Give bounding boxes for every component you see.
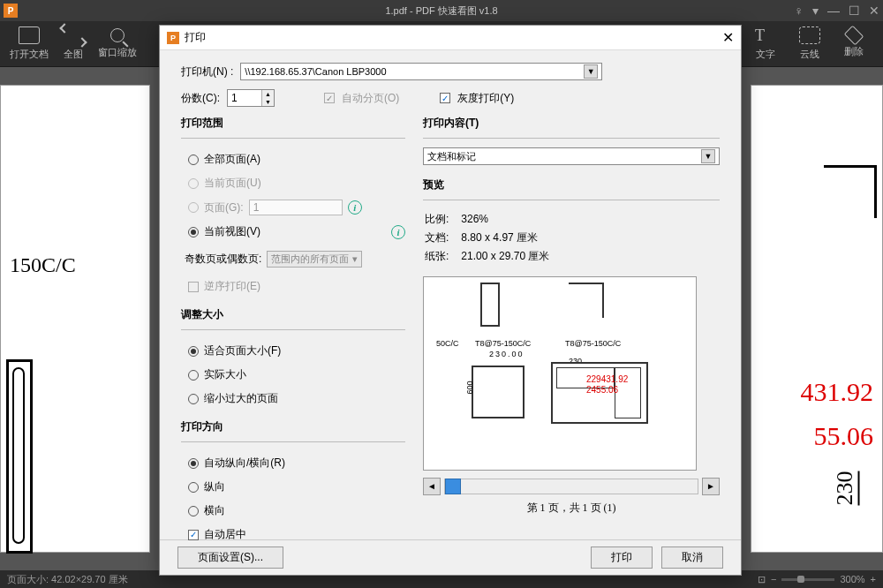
radio-all-pages[interactable] (188, 155, 199, 165)
info-icon-2[interactable]: i (391, 225, 405, 239)
auto-orient-label: 自动纵向/横向(R) (204, 456, 285, 471)
menu-dropdown-icon[interactable]: ▾ (812, 4, 819, 18)
radio-landscape[interactable] (188, 506, 199, 516)
radio-actual-size[interactable] (188, 370, 199, 381)
fit-page-label: 适合页面大小(F) (204, 343, 281, 358)
copies-label: 份数(C): (181, 91, 220, 106)
preview-scrollbar-thumb[interactable] (445, 479, 461, 494)
full-view-button[interactable]: 全图 (51, 23, 95, 65)
pages-input (249, 200, 343, 215)
radio-shrink[interactable] (188, 394, 199, 404)
open-label: 打开文档 (10, 48, 49, 61)
reverse-checkbox: ✓ (188, 282, 199, 292)
collate-checkbox: ✓ (324, 93, 335, 103)
reverse-label: 逆序打印(E) (204, 279, 260, 294)
grayscale-checkbox[interactable]: ✓ (440, 93, 450, 103)
radio-fit-page[interactable] (188, 346, 199, 357)
maximize-button[interactable]: ☐ (849, 4, 860, 18)
document-page-left: 150C/C (0, 85, 150, 553)
document-page-right: 431.92 55.06 230 (751, 85, 883, 553)
copies-value: 1 (228, 92, 261, 104)
radio-portrait[interactable] (188, 482, 199, 493)
chevron-down-icon: ▼ (701, 149, 715, 163)
magnifier-icon (110, 28, 125, 42)
radio-current-page (188, 178, 199, 189)
print-content-select[interactable]: 文档和标记 ▼ (423, 147, 720, 165)
zoom-label: 窗口缩放 (98, 46, 137, 59)
text-icon: T (755, 26, 776, 44)
resize-title: 调整大小 (181, 307, 405, 322)
preview-next-button[interactable]: ► (702, 478, 720, 495)
preview-page-nav: ◄ ► (423, 478, 720, 495)
oddeven-value: 范围内的所有页面 (271, 253, 349, 266)
printer-label: 打印机(N) : (181, 64, 233, 79)
window-title: 1.pdf - PDF 快速看图 v1.8 (385, 4, 497, 18)
oddeven-label: 奇数页或偶数页: (185, 252, 261, 267)
delete-tool-button[interactable]: 删除 (832, 23, 876, 65)
actual-size-label: 实际大小 (204, 367, 246, 382)
chevron-down-icon: ▾ (352, 253, 358, 265)
folder-icon (19, 26, 40, 44)
cloud-label: 云线 (800, 48, 819, 61)
dialog-title: 打印 (185, 30, 206, 45)
preview-prev-button[interactable]: ◄ (423, 478, 441, 495)
chevron-down-icon: ▼ (584, 64, 598, 79)
current-page-label: 当前页面(U) (204, 176, 261, 191)
cancel-button[interactable]: 取消 (661, 547, 723, 569)
print-content-value: 文档和标记 (427, 150, 476, 163)
preview-page-label: 第 1 页，共 1 页 (1) (423, 501, 720, 516)
spinner-up-button[interactable]: ▲ (261, 90, 274, 98)
zoom-in-button[interactable]: + (871, 574, 876, 584)
spinner-down-button[interactable]: ▼ (261, 98, 274, 106)
preview-title: 预览 (423, 177, 720, 192)
auto-center-checkbox[interactable]: ✓ (188, 530, 199, 540)
zoom-out-button[interactable]: − (771, 574, 776, 584)
radio-pages (188, 202, 199, 213)
doc-red-2: 55.06 (814, 421, 874, 451)
window-zoom-button[interactable]: 窗口缩放 (95, 23, 140, 65)
doc-red-1: 431.92 (801, 377, 874, 407)
page-size-status: 页面大小: 42.02×29.70 厘米 (7, 573, 128, 586)
copies-spinner[interactable]: 1 ▲ ▼ (227, 89, 275, 107)
user-icon[interactable]: ♀ (795, 4, 804, 18)
dialog-icon: P (167, 32, 179, 44)
minimize-button[interactable]: — (827, 4, 840, 18)
preview-scrollbar[interactable] (444, 479, 698, 494)
zoom-fit-icon[interactable]: ⊡ (758, 574, 766, 585)
cloud-icon (799, 26, 820, 44)
app-icon: P (4, 4, 18, 18)
print-button[interactable]: 打印 (591, 547, 653, 569)
print-preview-image: 50C/C T8@75-150C/C T8@75-150C/C 230.00 2… (423, 276, 697, 471)
text-label: 文字 (756, 48, 775, 61)
print-range-title: 打印范围 (181, 116, 405, 131)
landscape-label: 横向 (204, 503, 225, 518)
close-button[interactable]: ✕ (869, 4, 879, 18)
print-dialog: P 打印 ✕ 打印机(N) : \\192.168.65.37\Canon LB… (159, 25, 742, 576)
shrink-label: 缩小过大的页面 (204, 391, 278, 406)
open-document-button[interactable]: 打开文档 (7, 23, 51, 65)
oddeven-select: 范围内的所有页面 ▾ (267, 251, 362, 268)
doc-dim-230: 230 (832, 471, 860, 506)
orientation-title: 打印方向 (181, 419, 405, 434)
text-tool-button[interactable]: T 文字 (743, 23, 788, 65)
printer-value: \\192.168.65.37\Canon LBP3000 (245, 66, 386, 77)
expand-icon (63, 26, 84, 44)
auto-center-label: 自动居中 (204, 527, 246, 542)
dialog-titlebar: P 打印 ✕ (160, 26, 741, 50)
cloud-line-button[interactable]: 云线 (788, 23, 832, 65)
doc-label-150c: 150C/C (10, 253, 76, 277)
page-setup-button[interactable]: 页面设置(S)... (177, 547, 283, 569)
full-label: 全图 (64, 48, 83, 61)
zoom-slider[interactable] (781, 578, 834, 581)
all-pages-label: 全部页面(A) (204, 152, 260, 167)
current-view-label: 当前视图(V) (204, 224, 260, 239)
collate-label: 自动分页(O) (342, 91, 399, 106)
radio-auto-orient[interactable] (188, 458, 199, 469)
printer-select[interactable]: \\192.168.65.37\Canon LBP3000 ▼ (240, 63, 602, 80)
info-icon[interactable]: i (348, 200, 362, 215)
dialog-close-button[interactable]: ✕ (722, 29, 734, 46)
radio-current-view[interactable] (188, 227, 199, 237)
grayscale-label: 灰度打印(Y) (457, 91, 514, 106)
zoom-value: 300% (840, 574, 864, 584)
print-content-title: 打印内容(T) (423, 116, 720, 131)
